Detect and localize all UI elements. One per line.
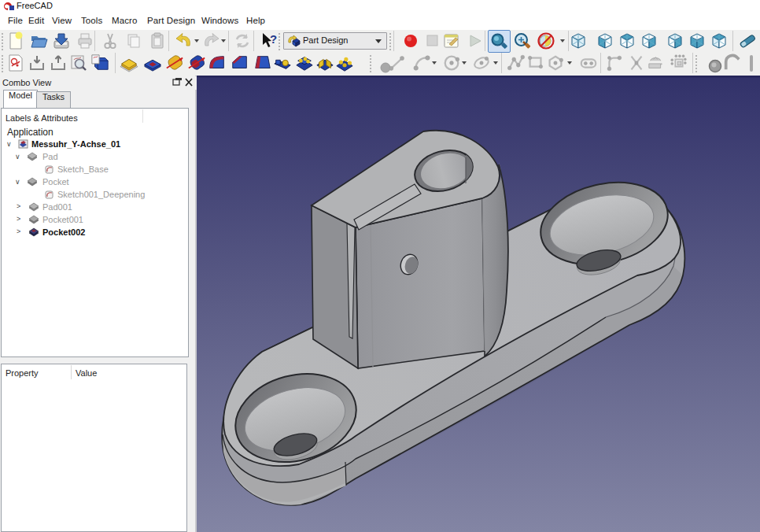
svg-text:?: ?	[270, 32, 277, 46]
